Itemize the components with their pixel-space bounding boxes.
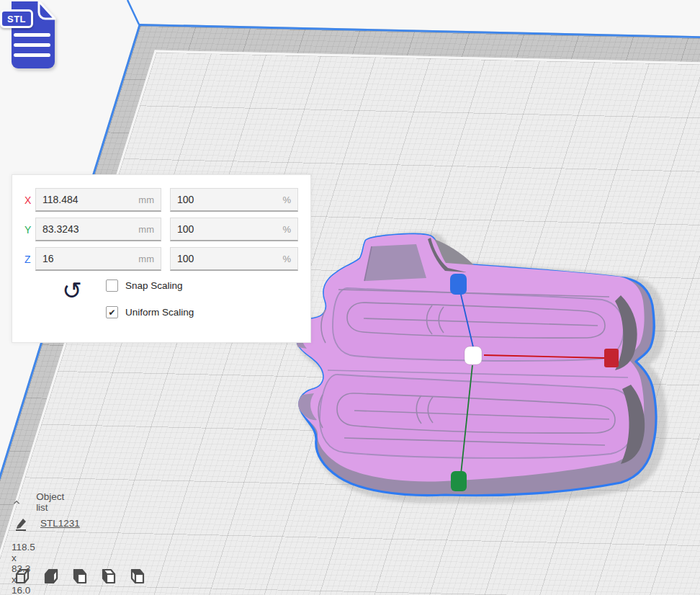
reset-scale-icon[interactable]: ↺ xyxy=(59,277,85,308)
y-percent-field[interactable]: % xyxy=(170,218,298,241)
uniform-scaling-option[interactable]: ✔ Uniform Scaling xyxy=(106,306,194,318)
snap-scaling-label: Snap Scaling xyxy=(125,280,183,291)
z-percent-input[interactable] xyxy=(177,253,278,264)
scale-row-x: X mm % xyxy=(24,188,298,212)
build-volume-edge xyxy=(127,0,139,24)
view-front-icon[interactable] xyxy=(42,566,60,586)
x-size-field[interactable]: mm xyxy=(35,188,161,212)
x-size-input[interactable] xyxy=(42,194,134,205)
z-scale-handle[interactable] xyxy=(450,274,467,295)
x-percent-input[interactable] xyxy=(177,194,278,205)
object-list-toggle[interactable]: Object list xyxy=(13,491,67,513)
y-scale-handle[interactable] xyxy=(451,471,467,491)
snap-scaling-option[interactable]: Snap Scaling xyxy=(106,279,183,292)
scale-row-z: Z mm % xyxy=(24,247,298,271)
scale-row-y: Y mm % xyxy=(24,218,298,241)
snap-scaling-checkbox[interactable] xyxy=(106,279,118,292)
stl-badge: STL xyxy=(0,9,33,28)
x-percent-unit: % xyxy=(278,194,291,205)
view-3d-icon[interactable] xyxy=(13,566,32,586)
pencil-icon xyxy=(14,516,29,531)
z-axis-label: Z xyxy=(24,254,35,265)
z-size-field[interactable]: mm xyxy=(35,247,161,271)
y-percent-unit: % xyxy=(278,224,291,235)
stl-file-icon: STL xyxy=(0,0,68,73)
y-size-input[interactable] xyxy=(42,223,134,235)
x-size-unit: mm xyxy=(134,194,154,205)
scale-tool-panel: X mm % Y mm % Z mm xyxy=(12,174,311,343)
center-scale-handle[interactable] xyxy=(465,346,482,364)
chevron-up-icon xyxy=(13,499,20,506)
uniform-scaling-checkbox[interactable]: ✔ xyxy=(106,306,118,318)
z-size-unit: mm xyxy=(134,254,154,264)
y-size-field[interactable]: mm xyxy=(35,218,161,241)
view-top-icon[interactable] xyxy=(71,566,89,586)
model-tab-inset xyxy=(364,244,426,281)
model-cavity-bottom xyxy=(320,375,635,458)
y-axis-label: Y xyxy=(24,224,35,236)
scale-options: ↺ Snap Scaling ✔ Uniform Scaling xyxy=(24,277,298,341)
view-left-icon[interactable] xyxy=(99,566,118,586)
cura-viewport: STL X mm % Y mm % Z xyxy=(0,0,700,595)
view-right-icon[interactable] xyxy=(128,566,147,586)
x-percent-field[interactable]: % xyxy=(170,188,298,212)
y-size-unit: mm xyxy=(134,224,154,235)
x-scale-handle[interactable] xyxy=(604,349,619,367)
checkmark-icon: ✔ xyxy=(108,308,115,318)
uniform-scaling-label: Uniform Scaling xyxy=(125,307,194,318)
y-percent-input[interactable] xyxy=(177,223,278,235)
object-list-title: Object list xyxy=(36,491,67,513)
z-percent-field[interactable]: % xyxy=(170,247,298,271)
z-size-input[interactable] xyxy=(42,253,134,264)
camera-view-toolbar xyxy=(13,566,157,586)
z-percent-unit: % xyxy=(278,254,291,264)
object-name: STL1231 xyxy=(40,518,80,529)
x-axis-label: X xyxy=(24,194,35,206)
object-list-item[interactable]: STL1231 xyxy=(14,516,80,531)
